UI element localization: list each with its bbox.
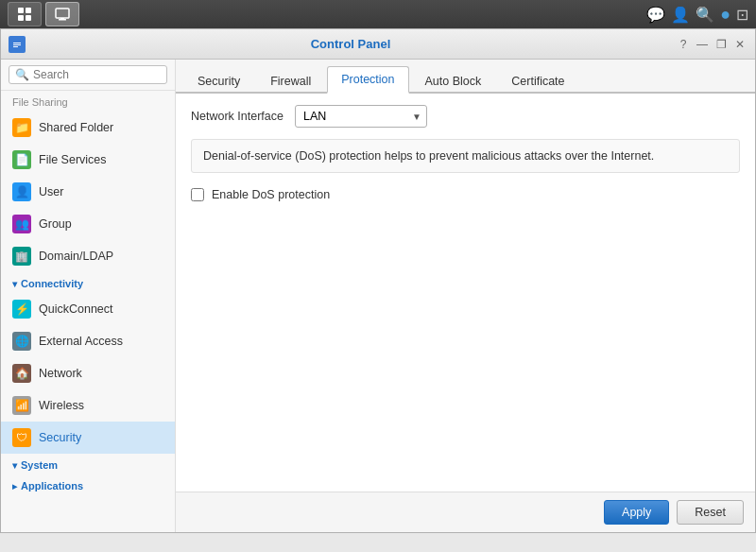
sidebar: 🔍 File Sharing 📁 Shared Folder 📄 File Se… — [1, 60, 176, 532]
applications-section[interactable]: ▸ Applications — [1, 474, 175, 495]
group-icon: 👥 — [12, 215, 31, 233]
control-panel-window: Control Panel ? — ❐ ✕ 🔍 File Sharing 📁 S… — [0, 28, 756, 533]
enable-dos-row: Enable DoS protection — [191, 184, 740, 205]
svg-rect-3 — [26, 15, 31, 21]
help-button[interactable]: ? — [676, 37, 691, 52]
sidebar-search-area: 🔍 — [1, 60, 175, 91]
sidebar-label-wireless: Wireless — [39, 399, 163, 412]
network-interface-label: Network Interface — [191, 110, 284, 123]
sidebar-label-security: Security — [39, 431, 163, 444]
security-icon: 🛡 — [12, 428, 31, 447]
svg-rect-2 — [18, 15, 24, 21]
sidebar-item-user[interactable]: 👤 User — [1, 176, 175, 208]
sidebar-item-network[interactable]: 🏠 Network — [1, 357, 175, 389]
search-box: 🔍 — [9, 65, 167, 84]
enable-dos-label[interactable]: Enable DoS protection — [212, 188, 330, 201]
user-sidebar-icon: 👤 — [12, 182, 31, 201]
panel-footer: Apply Reset — [176, 492, 755, 532]
tab-auto-block[interactable]: Auto Block — [411, 68, 496, 94]
external-access-icon: 🌐 — [12, 332, 31, 351]
tab-firewall[interactable]: Firewall — [256, 68, 325, 94]
window-title-bar: Control Panel ? — ❐ ✕ — [1, 29, 755, 60]
sidebar-label-group: Group — [39, 217, 163, 231]
svg-rect-4 — [56, 9, 69, 18]
file-sharing-section-label: File Sharing — [1, 91, 175, 112]
enable-dos-checkbox[interactable] — [191, 188, 204, 201]
tab-bar: Security Firewall Protection Auto Block … — [176, 60, 755, 94]
main-panel: Security Firewall Protection Auto Block … — [176, 60, 755, 532]
svg-rect-9 — [13, 44, 21, 45]
sidebar-item-wireless[interactable]: 📶 Wireless — [1, 389, 175, 422]
svg-rect-0 — [18, 8, 24, 13]
grid-icon — [17, 7, 32, 22]
sidebar-label-external-access: External Access — [39, 335, 163, 348]
app-grid-button[interactable] — [8, 2, 42, 26]
tab-protection[interactable]: Protection — [327, 66, 408, 94]
user-icon[interactable]: 👤 — [671, 6, 690, 24]
shared-folder-icon: 📁 — [12, 118, 31, 137]
sidebar-label-shared-folder: Shared Folder — [39, 121, 163, 134]
apply-button[interactable]: Apply — [604, 500, 669, 525]
connectivity-section[interactable]: ▾ Connectivity — [1, 272, 175, 293]
wireless-icon: 📶 — [12, 396, 31, 415]
window-icon — [9, 36, 26, 53]
svg-rect-1 — [26, 8, 31, 13]
top-taskbar: 💬 👤 🔍 ● ⊡ — [0, 0, 756, 28]
panel-content: Network Interface LAN WAN ▼ Denial-of-se… — [176, 94, 755, 492]
network-interface-select-wrapper: LAN WAN ▼ — [295, 105, 427, 128]
network-interface-select[interactable]: LAN WAN — [295, 105, 427, 128]
sidebar-item-file-services[interactable]: 📄 File Services — [1, 144, 175, 176]
domain-icon: 🏢 — [12, 247, 31, 266]
dos-info-box: Denial-of-service (DoS) protection helps… — [191, 139, 740, 173]
network-icon: 🏠 — [12, 364, 31, 383]
layout-icon[interactable]: ⊡ — [736, 6, 748, 24]
sidebar-label-domain: Domain/LDAP — [39, 250, 163, 263]
tab-security[interactable]: Security — [183, 68, 254, 94]
control-panel-icon — [55, 7, 70, 22]
file-services-icon: 📄 — [12, 150, 31, 169]
sidebar-item-group[interactable]: 👥 Group — [1, 208, 175, 240]
chat-icon[interactable]: 💬 — [646, 6, 665, 24]
sidebar-item-quickconnect[interactable]: ⚡ QuickConnect — [1, 293, 175, 325]
sidebar-item-shared-folder[interactable]: 📁 Shared Folder — [1, 112, 175, 144]
connectivity-arrow: ▾ — [12, 279, 17, 289]
reset-button[interactable]: Reset — [677, 500, 744, 525]
applications-label: Applications — [21, 480, 83, 492]
applications-arrow: ▸ — [12, 481, 17, 492]
system-label: System — [21, 459, 58, 471]
maximize-button[interactable]: ❐ — [713, 37, 729, 52]
close-button[interactable]: ✕ — [732, 37, 747, 52]
sidebar-item-domain-ldap[interactable]: 🏢 Domain/LDAP — [1, 240, 175, 272]
taskbar-apps — [8, 2, 79, 26]
system-section[interactable]: ▾ System — [1, 454, 175, 474]
window-controls: ? — ❐ ✕ — [676, 37, 747, 52]
content-area: 🔍 File Sharing 📁 Shared Folder 📄 File Se… — [1, 60, 755, 532]
connectivity-label: Connectivity — [21, 278, 83, 289]
window-title: Control Panel — [26, 37, 676, 51]
svg-rect-8 — [13, 43, 21, 43]
sidebar-label-quickconnect: QuickConnect — [39, 302, 163, 316]
network-interface-row: Network Interface LAN WAN ▼ — [191, 105, 740, 128]
search-icon: 🔍 — [15, 68, 29, 81]
quickconnect-icon: ⚡ — [12, 300, 31, 319]
sidebar-label-user: User — [39, 185, 163, 198]
sidebar-item-security[interactable]: 🛡 Security — [1, 422, 175, 454]
search-taskbar-icon[interactable]: 🔍 — [696, 6, 714, 24]
svg-rect-6 — [60, 18, 64, 20]
sidebar-item-external-access[interactable]: 🌐 External Access — [1, 325, 175, 357]
taskbar-system-icons: 💬 👤 🔍 ● ⊡ — [646, 5, 748, 25]
control-panel-taskbar-button[interactable] — [45, 2, 79, 26]
window-app-icon — [11, 39, 23, 50]
svg-rect-10 — [13, 46, 18, 47]
dos-description: Denial-of-service (DoS) protection helps… — [203, 149, 654, 163]
sidebar-label-network: Network — [39, 367, 163, 380]
synology-icon[interactable]: ● — [720, 5, 730, 25]
tab-certificate[interactable]: Certificate — [497, 68, 578, 94]
system-arrow: ▾ — [12, 460, 17, 471]
sidebar-label-file-services: File Services — [39, 153, 163, 166]
search-input[interactable] — [33, 68, 161, 81]
minimize-button[interactable]: — — [695, 37, 710, 52]
